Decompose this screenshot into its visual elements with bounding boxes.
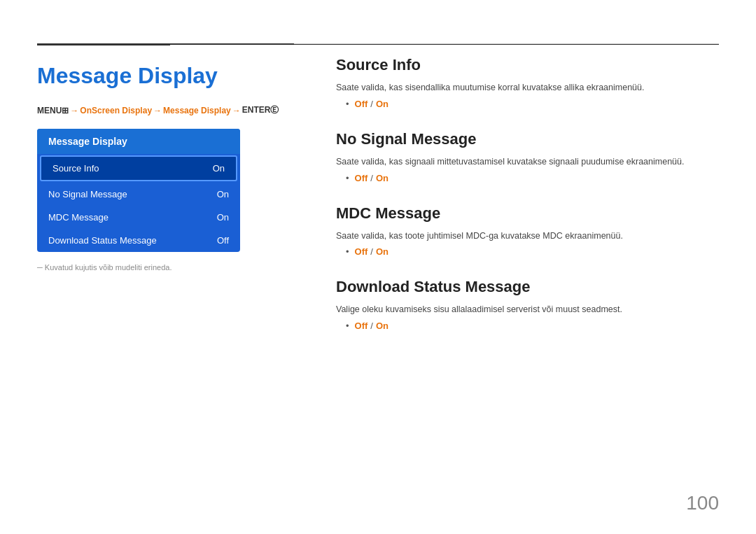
menu-item-source-info-value: On	[213, 163, 225, 174]
menu-item-mdc-value: On	[217, 212, 229, 223]
breadcrumb: MENU⊞ → OnScreen Display → Message Displ…	[37, 104, 296, 116]
menu-box-header: Message Display	[37, 129, 240, 154]
section-download-options: Off / On	[336, 321, 719, 331]
left-panel: Message Display MENU⊞ → OnScreen Display…	[37, 56, 296, 272]
mdc-opt-on: On	[376, 246, 388, 257]
section-mdc-options: Off / On	[336, 246, 719, 257]
page-title: Message Display	[37, 63, 296, 89]
right-divider	[294, 43, 719, 44]
menu-item-download-value: Off	[217, 235, 229, 246]
section-no-signal-desc: Saate valida, kas signaali mittetuvastam…	[336, 155, 719, 169]
menu-item-no-signal[interactable]: No Signal Message On	[37, 183, 240, 206]
section-mdc-desc: Saate valida, kas toote juhtimisel MDC-g…	[336, 230, 719, 243]
section-source-info-desc: Saate valida, kas sisendallika muutumise…	[336, 81, 719, 94]
opt-on: On	[376, 99, 388, 109]
section-mdc-title: MDC Message	[336, 204, 719, 223]
section-no-signal-title: No Signal Message	[336, 130, 719, 148]
menu-box: Message Display Source Info On No Signal…	[37, 129, 240, 252]
mdc-opt-off: Off	[355, 246, 368, 257]
section-mdc: MDC Message Saate valida, kas toote juht…	[336, 204, 719, 258]
no-signal-opt-on: On	[376, 173, 388, 183]
right-panel: Source Info Saate valida, kas sisendalli…	[336, 56, 719, 352]
opt-off: Off	[355, 99, 368, 109]
section-no-signal: No Signal Message Saate valida, kas sign…	[336, 130, 719, 183]
breadcrumb-onscreen: OnScreen Display	[80, 106, 152, 115]
menu-item-no-signal-label: No Signal Message	[48, 189, 127, 199]
menu-item-mdc-label: MDC Message	[48, 212, 108, 223]
breadcrumb-enter: ENTERⒺ	[242, 104, 279, 116]
section-source-info-options: Off / On	[336, 99, 719, 109]
breadcrumb-menu: MENU⊞	[37, 106, 69, 115]
page-number: 100	[686, 492, 719, 514]
section-no-signal-options: Off / On	[336, 173, 719, 183]
footnote: Kuvatud kujutis võib mudeliti erineda.	[37, 263, 296, 272]
download-opt-on: On	[376, 321, 388, 331]
no-signal-opt-off: Off	[355, 173, 368, 183]
menu-item-source-info-label: Source Info	[52, 163, 99, 174]
top-accent-line	[37, 43, 170, 45]
menu-item-no-signal-value: On	[217, 189, 229, 199]
menu-item-source-info[interactable]: Source Info On	[40, 155, 237, 181]
breadcrumb-message-display: Message Display	[163, 106, 231, 115]
download-opt-off: Off	[355, 321, 368, 331]
section-source-info: Source Info Saate valida, kas sisendalli…	[336, 56, 719, 109]
menu-item-download[interactable]: Download Status Message Off	[37, 229, 240, 252]
section-download-desc: Valige oleku kuvamiseks sisu allalaadimi…	[336, 303, 719, 316]
section-download-title: Download Status Message	[336, 278, 719, 296]
menu-item-download-label: Download Status Message	[48, 235, 157, 246]
menu-item-mdc[interactable]: MDC Message On	[37, 206, 240, 229]
section-download: Download Status Message Valige oleku kuv…	[336, 278, 719, 331]
section-source-info-title: Source Info	[336, 56, 719, 74]
